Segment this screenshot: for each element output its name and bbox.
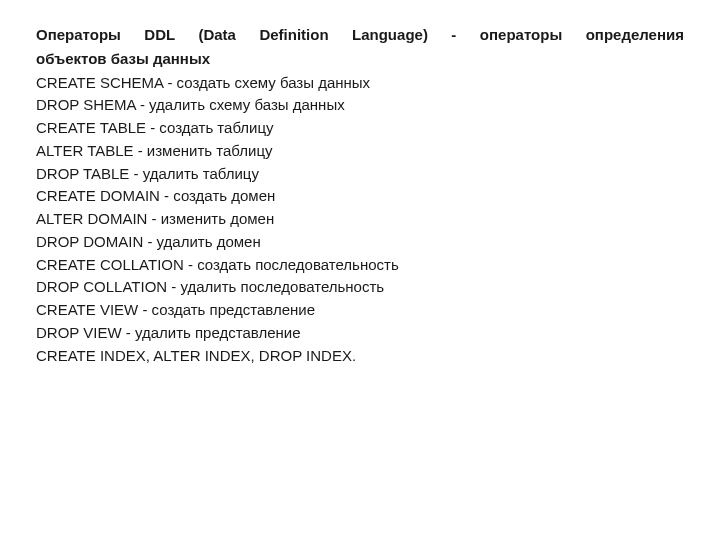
ddl-line: CREATE COLLATION - создать последователь… bbox=[36, 254, 684, 276]
ddl-line: ALTER TABLE - изменить таблицу bbox=[36, 140, 684, 162]
ddl-line: ALTER DOMAIN - изменить домен bbox=[36, 208, 684, 230]
ddl-line: CREATE DOMAIN - создать домен bbox=[36, 185, 684, 207]
heading-line1: Операторы DDL (Data Definition Language)… bbox=[36, 24, 684, 46]
ddl-line: DROP TABLE - удалить таблицу bbox=[36, 163, 684, 185]
ddl-line: DROP VIEW - удалить представление bbox=[36, 322, 684, 344]
ddl-line: CREATE INDEX, ALTER INDEX, DROP INDEX. bbox=[36, 345, 684, 367]
ddl-line: DROP DOMAIN - удалить домен bbox=[36, 231, 684, 253]
heading-line2: объектов базы данных bbox=[36, 48, 684, 70]
ddl-line: CREATE SCHEMA - создать схему базы данны… bbox=[36, 72, 684, 94]
ddl-line: CREATE VIEW - создать представление bbox=[36, 299, 684, 321]
ddl-line: CREATE TABLE - создать таблицу bbox=[36, 117, 684, 139]
ddl-line: DROP COLLATION - удалить последовательно… bbox=[36, 276, 684, 298]
ddl-line: DROP SHEMA - удалить схему базы данных bbox=[36, 94, 684, 116]
